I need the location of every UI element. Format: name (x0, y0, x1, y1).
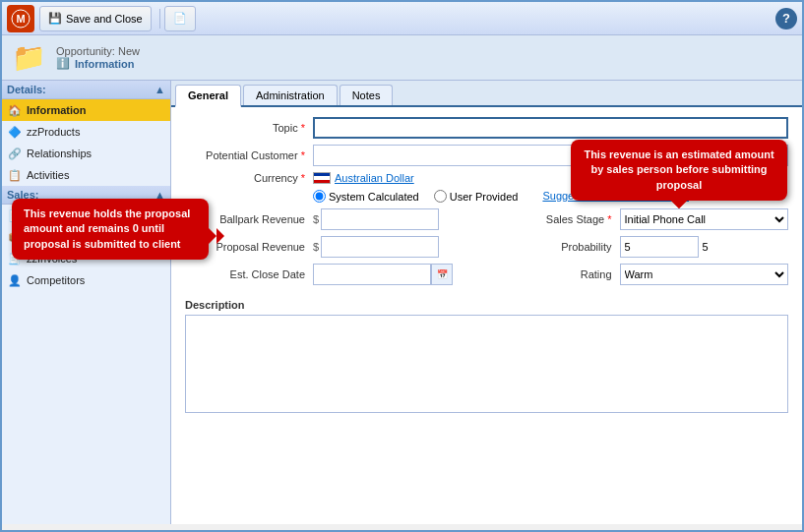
sidebar-item-activities[interactable]: 📋 Activities (2, 164, 170, 186)
collapse-icon[interactable]: ▲ (155, 84, 165, 95)
header-text: Opportunity: New ℹ️ Information (56, 45, 140, 70)
description-section: Description (185, 299, 788, 415)
system-calculated-input[interactable] (313, 190, 326, 203)
header-subtitle: Opportunity: New (56, 45, 140, 57)
user-provided-input[interactable] (434, 190, 447, 203)
currency-flag (313, 172, 331, 184)
calendar-button[interactable]: 📅 (431, 264, 453, 285)
tab-administration[interactable]: Administration (243, 85, 338, 105)
description-textarea[interactable] (185, 315, 788, 413)
topic-input[interactable] (313, 117, 788, 139)
info-icon: ℹ️ (56, 57, 70, 70)
currency-required: * (301, 172, 305, 184)
tab-bar: General Administration Notes (171, 81, 802, 107)
ballpark-dollar-sign: $ (313, 213, 319, 225)
probability-value-display: 5 (703, 241, 709, 253)
sidebar-details-header: Details: ▲ (2, 81, 170, 99)
folder-icon: 📁 (12, 41, 46, 74)
est-close-date-input[interactable] (313, 264, 431, 285)
sidebar-item-zzproducts[interactable]: 🔷 zzProducts (2, 121, 170, 143)
est-close-date-label: Est. Close Date (185, 268, 313, 280)
rating-select[interactable]: Warm (620, 264, 789, 285)
new-button[interactable]: 📄 (164, 6, 196, 31)
probability-input[interactable] (620, 236, 699, 258)
help-button[interactable]: ? (775, 8, 797, 30)
rating-row: Rating Warm (492, 264, 789, 285)
sales-stage-row: Sales Stage * Initial Phone Call (492, 208, 789, 230)
currency-label: Currency * (185, 172, 313, 184)
col-right: Sales Stage * Initial Phone Call (492, 208, 789, 291)
probability-label: Probability (492, 241, 620, 253)
proposal-revenue-row: Proposal Revenue $ (185, 236, 482, 258)
toolbar-right: ? (775, 8, 797, 30)
sidebar-item-relationships[interactable]: 🔗 Relationships (2, 143, 170, 164)
proposal-revenue-input[interactable] (321, 236, 439, 258)
ballpark-dollar-group: $ (313, 208, 439, 230)
topic-required: * (301, 122, 305, 134)
potential-customer-label: Potential Customer * (185, 149, 313, 161)
app-logo: M (7, 5, 34, 32)
tab-notes[interactable]: Notes (340, 85, 394, 105)
tooltip-right: This revenue is an estimated amount by s… (571, 140, 787, 201)
system-calculated-radio[interactable]: System Calculated (313, 190, 419, 203)
save-button-label: Save and Close (66, 13, 143, 25)
save-icon: 💾 (48, 12, 62, 25)
potential-customer-required: * (301, 149, 305, 161)
competitors-icon: 👤 (7, 272, 23, 288)
tab-general[interactable]: General (175, 85, 241, 107)
sales-stage-label: Sales Stage * (492, 213, 620, 225)
ballpark-revenue-input[interactable] (321, 208, 439, 230)
activities-icon: 📋 (7, 167, 23, 183)
col-left: Ballpark Revenue $ Proposal Revenue (185, 208, 482, 291)
est-close-date-row: Est. Close Date 📅 (185, 264, 482, 285)
rating-label: Rating (492, 268, 620, 280)
probability-row: Probability 5 (492, 236, 789, 258)
proposal-dollar-group: $ (313, 236, 439, 258)
tooltip-left: This revenue holds the proposal amount a… (12, 199, 209, 260)
user-provided-radio[interactable]: User Provided (434, 190, 519, 203)
ballpark-revenue-row: Ballpark Revenue $ (185, 208, 482, 230)
save-button[interactable]: 💾 Save and Close (39, 6, 152, 31)
relationships-icon: 🔗 (7, 146, 23, 161)
currency-link[interactable]: Australian Dollar (335, 172, 414, 184)
sidebar-item-competitors[interactable]: 👤 Competitors (2, 269, 170, 291)
proposal-dollar-sign: $ (313, 241, 319, 253)
svg-text:M: M (16, 13, 25, 25)
information-icon: 🏠 (7, 102, 23, 118)
sidebar-item-information[interactable]: 🏠 Information (2, 99, 170, 121)
est-close-date-group: 📅 (313, 264, 453, 285)
topic-label: Topic * (185, 122, 313, 134)
new-icon: 📄 (173, 12, 187, 25)
page-header: 📁 Opportunity: New ℹ️ Information (2, 35, 802, 81)
description-label: Description (185, 299, 788, 311)
sidebar: Details: ▲ 🏠 Information 🔷 zzProducts 🔗 … (2, 81, 171, 524)
toolbar-separator (159, 9, 160, 29)
two-col-layout: Ballpark Revenue $ Proposal Revenue (185, 208, 788, 291)
header-title: ℹ️ Information (56, 57, 140, 70)
products-icon: 🔷 (7, 124, 23, 140)
toolbar: M 💾 Save and Close 📄 ? (2, 2, 802, 35)
topic-row: Topic * (185, 117, 788, 139)
sales-stage-select[interactable]: Initial Phone Call (620, 208, 789, 230)
